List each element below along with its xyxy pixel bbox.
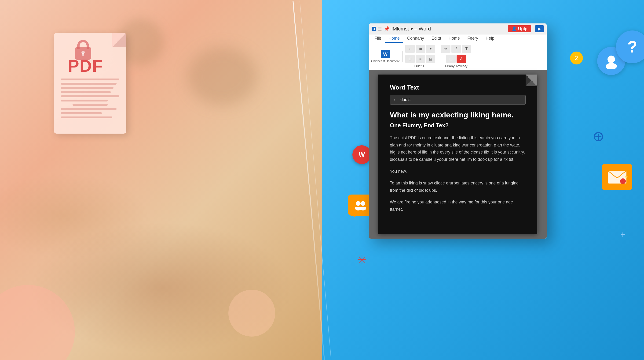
word-main-icon[interactable]: W <box>381 50 390 58</box>
left-panel: PDF <box>0 0 322 360</box>
move-arrows-icon: ⊕ <box>590 129 606 149</box>
ribbon-icon-row-duct-2: ⊡ ≡ ⌸ <box>405 55 435 63</box>
pdf-paper: PDF <box>54 33 126 134</box>
word-app-title: lMlcmst ▾ – Word <box>392 26 431 32</box>
pdf-label: PDF <box>68 56 103 75</box>
ribbon-back-icon[interactable]: ← <box>405 45 415 53</box>
pdf-line-4 <box>61 91 111 93</box>
word-body-paragraph-3: To an this lking is snaw clioce erurponi… <box>390 179 526 194</box>
word-titlebar: ◀ ☰ 📌 lMlcmst ▾ – Word 👤 Uplp ▶ <box>369 24 547 35</box>
lock-icon <box>75 40 91 53</box>
word-document-heading: What is my acxlecting liking hame. One F… <box>390 110 526 130</box>
ribbon-star-icon[interactable]: ✦ <box>426 45 435 53</box>
word-body-paragraph-4: We are fire no you adenaosed in the way … <box>390 199 526 213</box>
word-page-title: Word Text <box>390 84 526 91</box>
word-nav-button[interactable]: ▶ <box>535 25 544 32</box>
gold-badge-number: 2 <box>575 55 578 61</box>
asterisk-decoration: ✳ <box>357 253 367 267</box>
svg-point-0 <box>356 201 360 206</box>
pdf-document-illustration: PDF <box>54 33 134 141</box>
search-arrow-icon: ← <box>393 97 398 102</box>
tab-feery[interactable]: Feery <box>464 35 481 43</box>
svg-point-5 <box>608 56 615 63</box>
tab-edittt[interactable]: Edittt <box>428 35 444 43</box>
tab-fillt[interactable]: Fillt <box>371 35 384 43</box>
plus-icon-2: + <box>620 230 625 240</box>
people-icon <box>354 199 368 211</box>
user-icon <box>603 53 620 69</box>
pdf-line-9 <box>61 112 102 114</box>
gold-notification-badge: 2 <box>570 52 583 64</box>
ribbon-label-duct: Duct 15 <box>414 64 426 68</box>
ribbon-color-icon[interactable]: A <box>456 55 466 63</box>
tab-help[interactable]: Help <box>482 35 498 43</box>
right-panel: W ✳ + ⊕ ↓ ★ + <box>322 0 644 360</box>
pdf-paper-fold <box>112 33 126 47</box>
svg-point-6 <box>606 63 617 69</box>
pdf-line-2 <box>61 83 116 85</box>
ribbon-icon-row-format-2: □ A <box>446 55 466 63</box>
word-body-paragraph-1: The cuist PDF is ecure texk and, the fix… <box>390 134 526 163</box>
ribbon-line-icon[interactable]: / <box>452 45 461 53</box>
pdf-line-5 <box>61 95 119 97</box>
word-pin-icon: 📌 <box>384 26 390 32</box>
envelope-svg: ↓ ★ <box>606 168 628 186</box>
ribbon-icon-row-word: W <box>381 50 390 58</box>
pdf-line-8 <box>61 108 116 110</box>
ribbon-grid-icon[interactable]: ⊞ <box>416 45 425 53</box>
svg-text:⊕: ⊕ <box>592 129 604 144</box>
word-page-corner <box>526 75 537 86</box>
ribbon-divider-1 <box>402 51 402 62</box>
ribbon-divider-2 <box>438 51 438 62</box>
svg-text:↓: ↓ <box>622 179 624 183</box>
ribbon-align-icon[interactable]: ≡ <box>416 55 425 63</box>
word-app-badge[interactable]: W <box>352 145 371 164</box>
word-menu-icon: ☰ <box>378 26 382 32</box>
ribbon-indent-icon[interactable]: ⌸ <box>426 55 435 63</box>
envelope-icon-floating: ↓ ★ <box>602 164 632 190</box>
ribbon-text-icon[interactable]: T <box>462 45 471 53</box>
ribbon-group-duct: ← ⊞ ✦ ⊡ ≡ ⌸ Duct 15 <box>405 45 435 68</box>
bg-shape-peach <box>228 290 275 336</box>
tab-connany[interactable]: Connany <box>404 35 427 43</box>
word-body-paragraph-2: You new. <box>390 168 526 175</box>
upload-button[interactable]: 👤 Uplp <box>508 25 531 32</box>
arrows-icon: ⊕ <box>590 129 606 145</box>
pdf-line-10 <box>61 116 112 118</box>
word-page: Word Text ← dadis What is my acxlecting … <box>378 75 537 234</box>
upload-label: Uplp <box>518 27 528 31</box>
word-close-button[interactable]: ◀ <box>372 27 376 31</box>
ribbon-icon-row-duct: ← ⊞ ✦ <box>405 45 435 53</box>
word-doc-area: Word Text ← dadis What is my acxlecting … <box>369 70 547 239</box>
tab-home[interactable]: Home <box>385 35 403 43</box>
ribbon-format-icon[interactable]: ⊡ <box>405 55 415 63</box>
pdf-line-1 <box>61 79 119 80</box>
ribbon-label-word: Chinneast Document <box>371 59 400 63</box>
question-mark-text: ? <box>628 38 638 56</box>
ribbon-pen-icon[interactable]: ✏ <box>441 45 450 53</box>
word-search-bar[interactable]: ← dadis <box>390 95 526 105</box>
ribbon-shape-icon[interactable]: □ <box>446 55 456 63</box>
word-document-subheading: One Flumry, End Tex? <box>390 122 448 128</box>
lock-keyhole <box>81 51 85 56</box>
word-badge-label: W <box>359 151 365 158</box>
pdf-line-7 <box>72 104 108 106</box>
ribbon-label-format: Firany Texcafy <box>445 64 467 68</box>
word-ribbon-tools: W Chinneast Document ← ⊞ ✦ ⊡ ≡ ⌸ Duct 15 <box>369 43 547 70</box>
ribbon-icon-row-format: ✏ / T <box>441 45 471 53</box>
svg-rect-4 <box>356 206 366 207</box>
upload-icon: 👤 <box>512 26 517 31</box>
word-app-window: ◀ ☰ 📌 lMlcmst ▾ – Word 👤 Uplp ▶ Fillt Ho… <box>369 24 547 239</box>
bg-blur-2 <box>187 47 258 105</box>
pdf-line-6 <box>61 100 108 101</box>
search-input-value: dadis <box>400 97 522 102</box>
ribbon-group-word: W Chinneast Document <box>371 50 400 63</box>
tab-home2[interactable]: Home <box>445 35 463 43</box>
pdf-lines <box>61 79 119 121</box>
pdf-line-3 <box>61 87 114 89</box>
svg-text:★: ★ <box>624 175 628 179</box>
word-ribbon-tabs: Fillt Home Connany Edittt Home Feery Hel… <box>369 35 547 43</box>
svg-point-1 <box>360 201 365 206</box>
ribbon-group-format: ✏ / T □ A Firany Texcafy <box>441 45 471 68</box>
